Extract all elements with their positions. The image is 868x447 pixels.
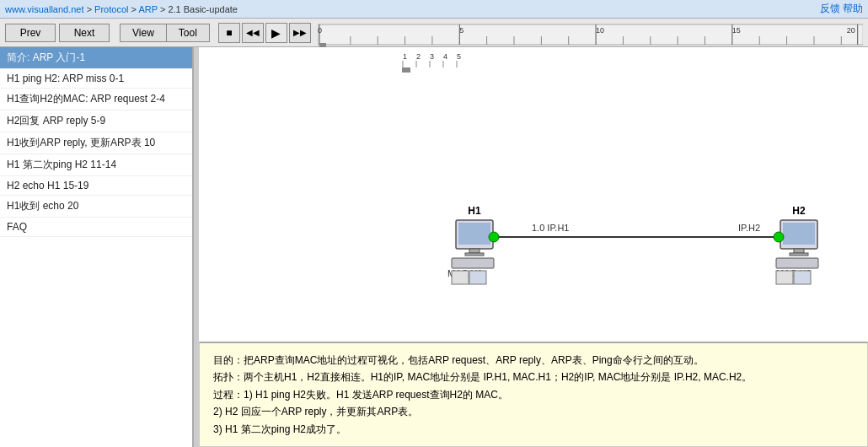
svg-rect-42 [469, 249, 480, 253]
next-button[interactable]: Next [59, 24, 110, 42]
playback-controls: ■ ◀◀ ▶ ▶▶ [218, 23, 311, 43]
menu-item-m3[interactable]: H2回复 ARP reply 5-9 [0, 110, 192, 132]
sub-ruler: 1 2 3 4 5 [401, 51, 477, 74]
breadcrumb-level2[interactable]: ARP [138, 4, 157, 14]
prev-button[interactable]: Prev [5, 24, 56, 42]
view-button[interactable]: View [121, 24, 167, 41]
info-box: 目的：把ARP查询MAC地址的过程可视化，包括ARP request、ARP r… [199, 342, 868, 447]
breadcrumb: www.visualland.net > Protocol > ARP > 2.… [5, 4, 238, 14]
svg-rect-61 [794, 271, 811, 284]
info-line-4: 2) H2 回应一个ARP reply，并更新其ARP表。 [213, 403, 854, 420]
info-line-3: 过程：1) H1 ping H2失败。H1 发送ARP request查询H2的… [213, 386, 854, 403]
svg-text:2: 2 [416, 52, 421, 61]
timeline-svg: 0 5 10 15 20 [318, 21, 863, 50]
rewind-button[interactable]: ◀◀ [242, 23, 264, 43]
svg-text:15: 15 [732, 26, 741, 35]
breadcrumb-current: 2.1 Basic-update [168, 4, 238, 14]
menu-item-m6[interactable]: H2 echo H1 15-19 [0, 176, 192, 196]
info-line-5: 3) H1 第二次ping H2成功了。 [213, 421, 854, 438]
svg-text:1: 1 [403, 52, 407, 61]
view-tool-group: View Tool [120, 24, 210, 42]
menu-item-m5[interactable]: H1 第二次ping H2 11-14 [0, 154, 192, 176]
play-button[interactable]: ▶ [265, 23, 287, 43]
menu-item-m7[interactable]: H1收到 echo 20 [0, 196, 192, 218]
top-bar: www.visualland.net > Protocol > ARP > 2.… [0, 0, 868, 19]
menu-container: 简介: ARP 入门-1H1 ping H2: ARP miss 0-1H1查询… [0, 47, 192, 237]
svg-text:3: 3 [430, 52, 434, 61]
svg-rect-44 [452, 258, 494, 268]
menu-item-intro[interactable]: 简介: ARP 入门-1 [0, 47, 192, 69]
svg-rect-60 [776, 271, 793, 284]
svg-text:5: 5 [459, 26, 463, 35]
main-content: 简介: ARP 入门-1H1 ping H2: ARP miss 0-1H1查询… [0, 47, 868, 447]
svg-text:10: 10 [596, 26, 604, 35]
menu-item-m2[interactable]: H1查询H2的MAC: ARP request 2-4 [0, 89, 192, 110]
menu-item-faq[interactable]: FAQ [0, 218, 192, 237]
toolbar: Prev Next View Tool ■ ◀◀ ▶ ▶▶ 0 5 10 15 [0, 19, 868, 47]
canvas-area: 1 2 3 4 5 [199, 47, 868, 342]
svg-rect-38 [402, 67, 410, 73]
svg-rect-59 [469, 271, 486, 284]
stop-button[interactable]: ■ [218, 23, 240, 43]
svg-text:20: 20 [847, 26, 855, 35]
svg-point-54 [774, 232, 784, 242]
svg-rect-58 [452, 271, 469, 284]
info-line-2: 拓扑：两个主机H1，H2直接相连。H1的IP, MAC地址分别是 IP.H1, … [213, 369, 854, 385]
menu-item-m4[interactable]: H1收到ARP reply, 更新ARP表 10 [0, 132, 192, 154]
svg-rect-43 [465, 253, 484, 256]
svg-text:5: 5 [457, 52, 461, 61]
svg-text:IP.H2: IP.H2 [738, 223, 760, 233]
svg-rect-53 [776, 258, 818, 268]
svg-text:0: 0 [318, 26, 322, 35]
right-panel: 1 2 3 4 5 [199, 47, 868, 447]
info-line-1: 目的：把ARP查询MAC地址的过程可视化，包括ARP request、ARP r… [213, 352, 854, 369]
network-diagram: H1 1.0 IP.H1 MAC.H1 H2 IP.H2 MAC.H2 [199, 81, 868, 342]
left-panel: 简介: ARP 入门-1H1 ping H2: ARP miss 0-1H1查询… [0, 47, 194, 447]
svg-text:1.0 IP.H1: 1.0 IP.H1 [532, 223, 569, 233]
tool-button[interactable]: Tool [167, 24, 209, 41]
svg-point-45 [489, 232, 499, 242]
svg-rect-41 [458, 223, 490, 245]
svg-text:H2: H2 [792, 205, 806, 217]
svg-text:H1: H1 [468, 205, 481, 217]
feedback-help-links[interactable]: 反馈 帮助 [820, 2, 863, 16]
breadcrumb-level1[interactable]: Protocol [94, 4, 128, 14]
fast-forward-button[interactable]: ▶▶ [289, 23, 311, 43]
svg-rect-52 [790, 253, 808, 256]
svg-rect-50 [783, 223, 815, 245]
breadcrumb-site[interactable]: www.visualland.net [5, 4, 84, 14]
timeline-ruler: 0 5 10 15 20 [318, 21, 863, 44]
svg-text:4: 4 [443, 52, 447, 61]
menu-item-m1[interactable]: H1 ping H2: ARP miss 0-1 [0, 69, 192, 89]
svg-rect-51 [794, 249, 804, 253]
svg-rect-0 [318, 24, 863, 45]
